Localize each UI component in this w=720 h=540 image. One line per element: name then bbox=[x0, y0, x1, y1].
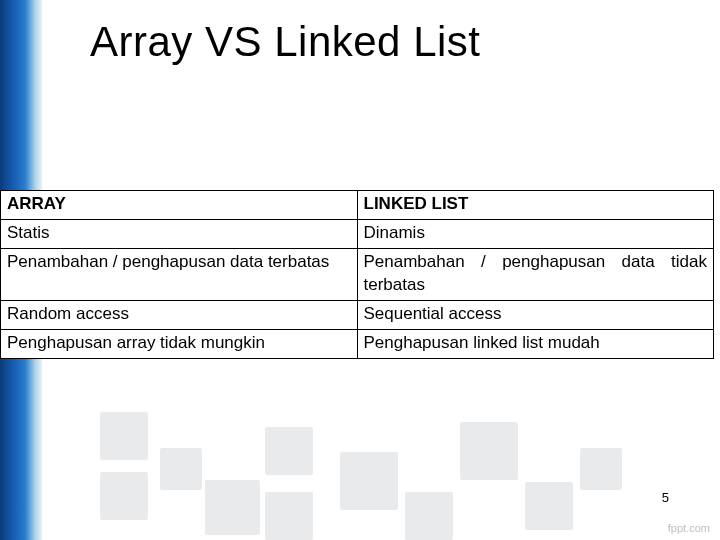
deco-square bbox=[265, 427, 313, 475]
header-linked-list: LINKED LIST bbox=[357, 191, 714, 220]
page-number: 5 bbox=[659, 490, 672, 505]
deco-square bbox=[160, 448, 202, 490]
deco-square bbox=[265, 492, 313, 540]
deco-square bbox=[100, 412, 148, 460]
cell-left: Random access bbox=[1, 300, 358, 329]
deco-square bbox=[460, 422, 518, 480]
cell-left: Statis bbox=[1, 219, 358, 248]
cell-right: Penambahan / penghapusan data tidak terb… bbox=[357, 248, 714, 300]
decorative-squares bbox=[40, 360, 720, 540]
deco-square bbox=[205, 480, 260, 535]
slide-title: Array VS Linked List bbox=[90, 18, 481, 66]
cell-right: Sequential access bbox=[357, 300, 714, 329]
cell-right: Penghapusan linked list mudah bbox=[357, 329, 714, 358]
table-row: Random access Sequential access bbox=[1, 300, 714, 329]
cell-left: Penghapusan array tidak mungkin bbox=[1, 329, 358, 358]
table-header-row: ARRAY LINKED LIST bbox=[1, 191, 714, 220]
comparison-table: ARRAY LINKED LIST Statis Dinamis Penamba… bbox=[0, 190, 714, 359]
deco-square bbox=[100, 472, 148, 520]
deco-square bbox=[340, 452, 398, 510]
watermark: fppt.com bbox=[668, 522, 710, 534]
table-row: Penambahan / penghapusan data terbatas P… bbox=[1, 248, 714, 300]
comparison-table-container: ARRAY LINKED LIST Statis Dinamis Penamba… bbox=[0, 190, 720, 359]
deco-square bbox=[580, 448, 622, 490]
deco-square bbox=[525, 482, 573, 530]
table-row: Statis Dinamis bbox=[1, 219, 714, 248]
deco-square bbox=[405, 492, 453, 540]
cell-right: Dinamis bbox=[357, 219, 714, 248]
header-array: ARRAY bbox=[1, 191, 358, 220]
table-row: Penghapusan array tidak mungkin Penghapu… bbox=[1, 329, 714, 358]
cell-left: Penambahan / penghapusan data terbatas bbox=[1, 248, 358, 300]
